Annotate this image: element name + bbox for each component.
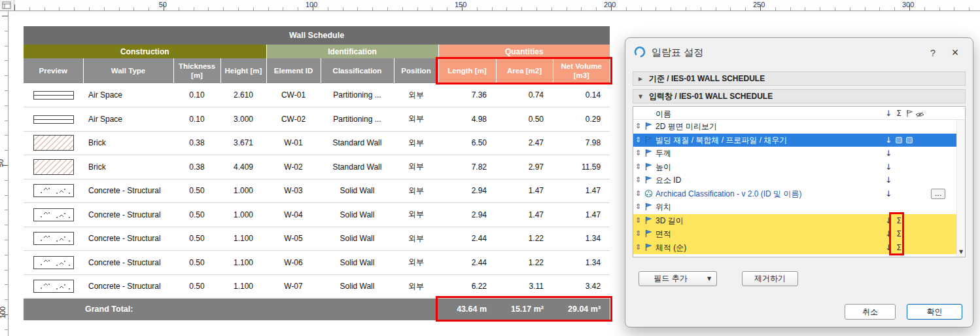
reorder-handle-icon[interactable]: ⇕ — [635, 135, 641, 145]
cell-classification[interactable]: Solid Wall — [321, 203, 394, 227]
reorder-handle-icon[interactable]: ⇕ — [635, 242, 641, 253]
field-row-0[interactable]: ⇕2D 평면 미리보기 — [633, 120, 956, 134]
schedule-row[interactable]: Concrete - Structural0.501.100W-05Solid … — [24, 227, 610, 251]
sort-descending-icon[interactable]: ↓ — [884, 135, 893, 145]
reorder-handle-icon[interactable]: ⇕ — [635, 162, 641, 172]
reorder-handle-icon[interactable]: ⇕ — [635, 189, 641, 199]
column-header-element-id[interactable]: Element ID — [266, 58, 321, 83]
column-header-area-m2[interactable]: Area [m2] — [496, 58, 553, 83]
schedule-row[interactable]: Air Space0.102.610CW-01Partitioning ...외… — [24, 83, 610, 107]
cell-wall-type[interactable]: Brick — [83, 131, 173, 155]
schedule-row[interactable]: Brick0.384.409W-02Standard Wall외부7.822.9… — [24, 155, 610, 179]
cell-wall-type[interactable]: Concrete - Structural — [83, 251, 173, 275]
schedule-row[interactable]: Air Space0.103.000CW-02Partitioning ...외… — [24, 107, 610, 132]
field-row-7[interactable]: ⇕3D 길이↓Σ — [633, 214, 956, 228]
sort-descending-icon[interactable]: ↓ — [884, 242, 893, 253]
cell-thickness[interactable]: 0.50 — [173, 274, 220, 299]
cell-length[interactable]: 7.82 — [438, 155, 496, 179]
cell-net-volume[interactable]: 1.34 — [553, 227, 610, 251]
cell-element-id[interactable]: W-04 — [266, 203, 321, 227]
cell-area[interactable]: 0.74 — [496, 83, 553, 107]
cell-height[interactable]: 3.000 — [220, 107, 266, 132]
column-header-height-m[interactable]: Height [m] — [220, 58, 266, 83]
cell-element-id[interactable]: CW-02 — [266, 107, 321, 132]
cell-area[interactable]: 1.47 — [496, 203, 553, 227]
group-header-construction[interactable]: Construction — [24, 45, 266, 58]
cell-classification[interactable]: Solid Wall — [321, 227, 394, 251]
column-header-net-volume-m3[interactable]: Net Volume [m3] — [553, 58, 610, 83]
cell-classification[interactable]: Standard Wall — [321, 155, 394, 179]
field-row-8[interactable]: ⇕면적↓Σ — [633, 227, 956, 241]
cell-thickness[interactable]: 0.50 — [173, 227, 220, 251]
schedule-row[interactable]: Concrete - Structural0.501.100W-06Solid … — [24, 251, 610, 275]
cell-wall-type[interactable]: Concrete - Structural — [83, 179, 173, 203]
sort-descending-icon[interactable]: ↓ — [884, 189, 893, 199]
reorder-handle-icon[interactable]: ⇕ — [635, 229, 641, 239]
cell-classification[interactable]: Standard Wall — [321, 131, 394, 155]
cell-height[interactable]: 1.000 — [220, 179, 266, 203]
sort-descending-icon[interactable]: ↓ — [884, 229, 893, 239]
sum-icon[interactable]: Σ — [894, 229, 903, 239]
cell-position[interactable]: 외부 — [394, 131, 438, 155]
cell-height[interactable]: 2.610 — [220, 83, 266, 107]
cell-classification[interactable]: Solid Wall — [321, 274, 394, 299]
cell-length[interactable]: 7.36 — [438, 83, 496, 107]
cell-height[interactable]: 1.100 — [220, 251, 266, 275]
cell-preview[interactable] — [24, 227, 83, 251]
cell-classification[interactable]: Solid Wall — [321, 251, 394, 275]
reorder-handle-icon[interactable]: ⇕ — [635, 148, 641, 159]
cell-element-id[interactable]: W-07 — [266, 274, 321, 299]
cell-wall-type[interactable]: Air Space — [83, 107, 173, 132]
cell-length[interactable]: 4.98 — [438, 107, 496, 132]
field-row-4[interactable]: ⇕요소 ID↓ — [633, 174, 956, 187]
cell-area[interactable]: 2.47 — [496, 131, 553, 155]
cell-wall-type[interactable]: Air Space — [83, 83, 173, 107]
cell-position[interactable]: 외부 — [394, 251, 438, 275]
cell-position[interactable]: 외부 — [394, 179, 438, 203]
reorder-handle-icon[interactable]: ⇕ — [635, 175, 641, 185]
cell-classification[interactable]: Partitioning ... — [321, 107, 394, 132]
list-scrollbar[interactable]: ▼ — [956, 120, 965, 257]
cell-length[interactable]: 2.44 — [438, 251, 496, 275]
ok-button[interactable]: 확인 — [907, 304, 962, 320]
cell-wall-type[interactable]: Concrete - Structural — [83, 203, 173, 227]
cell-classification[interactable]: Solid Wall — [321, 179, 394, 203]
reorder-handle-icon[interactable]: ⇕ — [635, 121, 641, 132]
cell-preview[interactable] — [24, 107, 83, 132]
column-header-length-m[interactable]: Length [m] — [438, 58, 496, 83]
field-row-5[interactable]: ⇕Archicad Classification - v 2.0 (ID 및 이… — [633, 187, 956, 201]
cell-net-volume[interactable]: 1.34 — [553, 251, 610, 275]
cell-height[interactable]: 1.000 — [220, 203, 266, 227]
visibility-column-icon[interactable] — [915, 110, 924, 121]
field-row-2[interactable]: ⇕두께↓ — [633, 147, 956, 160]
cell-net-volume[interactable]: 0.29 — [553, 107, 610, 132]
group-header-quantities[interactable]: Quantities — [438, 45, 610, 58]
close-button[interactable]: × — [945, 46, 965, 60]
cell-length[interactable]: 2.94 — [438, 179, 496, 203]
column-header-thickness-m[interactable]: Thickness [m] — [173, 58, 220, 83]
reorder-handle-icon[interactable]: ⇕ — [635, 215, 641, 226]
schedule-row[interactable]: Concrete - Structural0.501.100W-07Solid … — [24, 274, 610, 299]
cell-wall-type[interactable]: Concrete - Structural — [83, 274, 173, 299]
sort-descending-icon[interactable]: ↓ — [884, 148, 893, 159]
cell-preview[interactable] — [24, 274, 83, 299]
schedule-row[interactable]: Concrete - Structural0.501.000W-04Solid … — [24, 203, 610, 227]
cell-preview[interactable] — [24, 131, 83, 155]
cell-height[interactable]: 3.671 — [220, 131, 266, 155]
cell-preview[interactable] — [24, 83, 83, 107]
cell-preview[interactable] — [24, 179, 83, 203]
cell-preview[interactable] — [24, 251, 83, 275]
cell-thickness[interactable]: 0.38 — [173, 155, 220, 179]
cell-area[interactable]: 1.22 — [496, 251, 553, 275]
cell-preview[interactable] — [24, 155, 83, 179]
section-criteria[interactable]: ▶ 기준 / IES-01 WALL SCHEDULE — [633, 71, 966, 86]
group-header-identification[interactable]: Identification — [266, 45, 438, 58]
cell-thickness[interactable]: 0.10 — [173, 83, 220, 107]
column-header-classification[interactable]: Classification — [321, 58, 394, 83]
cell-height[interactable]: 4.409 — [220, 155, 266, 179]
sum-icon[interactable]: Σ — [894, 215, 903, 226]
cancel-button[interactable]: 취소 — [845, 304, 896, 320]
cell-position[interactable]: 외부 — [394, 155, 438, 179]
cell-length[interactable]: 2.94 — [438, 203, 496, 227]
cell-element-id[interactable]: W-01 — [266, 131, 321, 155]
